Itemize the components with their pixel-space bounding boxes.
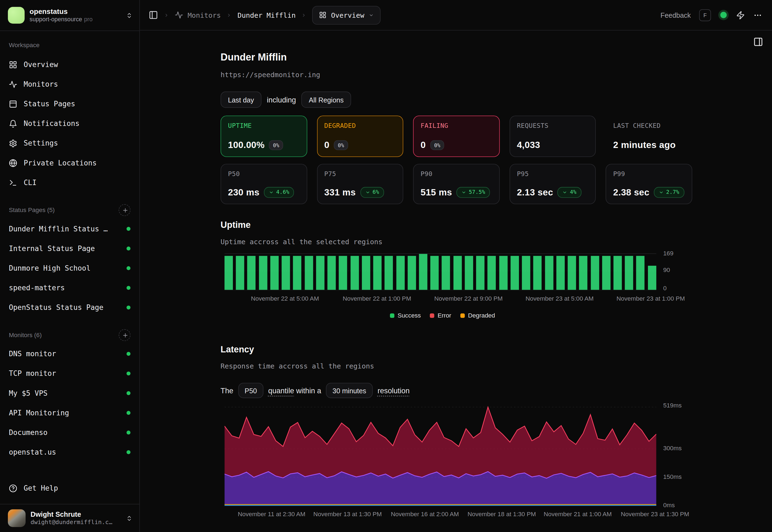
failing-card: FAILING 00% (413, 116, 500, 157)
monitor-item[interactable]: API Monitoring (8, 403, 131, 423)
sidebar-item-notifications[interactable]: Notifications (8, 114, 131, 133)
p90-card: P90 515 ms 57.5% (413, 164, 500, 204)
uptime-section-subtitle: Uptime accross all the selected regions (221, 237, 692, 246)
status-page-item[interactable]: Dunder Mifflin Status … (8, 219, 131, 238)
uptime-card: UPTIME 100.00%0% (221, 116, 307, 157)
app-viewport: openstatus support-opensourcepro Workspa… (0, 0, 772, 532)
uptime-bar (362, 256, 370, 290)
sidebar-item-label: Monitors (24, 80, 58, 88)
legend-item: Error (430, 312, 451, 319)
status-ok-dot (126, 247, 130, 250)
stat-value: 0 (324, 140, 329, 151)
legend-item: DNS (362, 531, 383, 532)
zap-icon[interactable] (736, 11, 745, 19)
user-avatar (8, 509, 26, 527)
stat-label: DEGRADED (324, 122, 396, 129)
monitor-item[interactable]: My $5 VPS (8, 383, 131, 403)
sidebar-item-overview[interactable]: Overview (8, 55, 131, 74)
delta-badge: 6% (360, 187, 384, 198)
uptime-bar (453, 256, 462, 290)
add-status-page-button[interactable] (119, 204, 130, 216)
breadcrumb-monitors[interactable]: Monitors (175, 11, 221, 19)
uptime-bar (591, 256, 599, 290)
sidebar-item-monitors[interactable]: Monitors (8, 74, 131, 94)
p95-card: P95 2.13 sec 4% (510, 164, 596, 204)
sentence-suffix[interactable]: resolution (378, 386, 410, 395)
status-page-item[interactable]: Internal Status Page (8, 239, 131, 258)
delta-badge: 4% (558, 187, 581, 198)
add-monitor-button[interactable] (119, 329, 130, 341)
legend-item: Degraded (460, 312, 495, 319)
chevrons-up-down-icon (126, 12, 132, 18)
latency-section-subtitle: Response time accross all the regions (221, 362, 692, 371)
requests-card: REQUESTS 4,033 (510, 116, 596, 157)
sidebar-item-cli[interactable]: CLI (8, 173, 131, 192)
uptime-bar (511, 256, 519, 290)
uptime-bar (327, 256, 336, 290)
terminal-icon (9, 178, 17, 187)
status-page-item[interactable]: OpenStatus Status Page (8, 298, 131, 317)
monitors-section-label: Monitors (6) (9, 332, 41, 338)
sidebar-item-settings[interactable]: Settings (8, 133, 131, 153)
help-circle-icon (9, 484, 17, 492)
global-status-dot[interactable] (720, 12, 726, 18)
sidebar-item-private-locations[interactable]: Private Locations (8, 153, 131, 173)
uptime-bar (465, 256, 473, 290)
regions-button[interactable]: All Regions (301, 92, 351, 108)
percentile-label: P99 (613, 170, 685, 178)
monitor-item[interactable]: Documenso (8, 423, 131, 442)
latency-config-sentence: The P50 quantile within a 30 minutes res… (221, 383, 692, 398)
status-page-list: Dunder Mifflin Status …Internal Status P… (8, 219, 131, 317)
breadcrumb-page[interactable]: Dunder Mifflin (237, 11, 295, 19)
feedback-button[interactable]: Feedback (661, 11, 691, 19)
uptime-bar (533, 256, 542, 290)
uptime-bar (259, 256, 267, 290)
stat-value: 0 (421, 140, 426, 151)
uptime-bar (339, 256, 347, 290)
chevron-right-icon (301, 13, 306, 17)
topbar: Monitors Dunder Mifflin Overview Feedbac… (140, 0, 772, 31)
uptime-bar (224, 256, 233, 290)
latency-ytick: 519ms (663, 402, 682, 409)
more-options-icon[interactable] (753, 11, 762, 19)
monitor-item[interactable]: openstat.us (8, 442, 131, 462)
uptime-bar (316, 256, 324, 290)
monitor-item[interactable]: DNS monitor (8, 344, 131, 364)
time-range-button[interactable]: Last day (221, 92, 261, 108)
stat-value: 2 minutes ago (613, 140, 676, 151)
resolution-select-button[interactable]: 30 minutes (326, 383, 373, 398)
user-email: dwight@dundermifflin.c… (31, 519, 121, 526)
sidebar-item-status-pages[interactable]: Status Pages (8, 94, 131, 114)
panel-right-toggle-icon[interactable] (753, 37, 763, 47)
workspace-name: openstatus (29, 7, 121, 16)
monitor-url: https://speedmonitor.ing (221, 70, 692, 80)
status-page-item[interactable]: speed-matters (8, 278, 131, 298)
monitor-item[interactable]: TCP monitor (8, 364, 131, 383)
status-ok-dot (126, 352, 130, 356)
uptime-bar (430, 256, 439, 290)
gear-icon (9, 139, 17, 147)
view-selector-button[interactable]: Overview (312, 6, 381, 25)
uptime-bar (522, 256, 530, 290)
chevron-right-icon (164, 13, 169, 17)
uptime-bar (476, 256, 485, 290)
item-label: Internal Status Page (9, 244, 95, 252)
uptime-xaxis: November 22 at 5:00 AM November 22 at 1:… (224, 295, 656, 304)
status-ok-dot (126, 450, 130, 454)
user-menu[interactable]: Dwight Schrute dwight@dundermifflin.c… (0, 504, 139, 532)
sidebar-item-label: Overview (24, 61, 58, 68)
sentence-prefix: The (221, 386, 233, 395)
uptime-bar (602, 256, 611, 290)
percentile-value: 515 ms (421, 187, 452, 198)
percentile-cards: P50 230 ms 4.6% P75 331 ms 6% P90 515 ms… (221, 164, 692, 204)
get-help-button[interactable]: Get Help (8, 477, 131, 499)
workspace-switcher[interactable]: openstatus support-opensourcepro (0, 0, 139, 31)
quantile-select-button[interactable]: P50 (238, 383, 263, 398)
status-page-item[interactable]: Dunmore High School (8, 258, 131, 278)
uptime-bar (282, 256, 290, 290)
chevron-down-icon (269, 190, 274, 195)
legend-item: Transfer (492, 531, 523, 532)
uptime-bar (350, 256, 359, 290)
percentile-value: 331 ms (324, 187, 355, 198)
panel-left-toggle-icon[interactable] (149, 10, 158, 20)
